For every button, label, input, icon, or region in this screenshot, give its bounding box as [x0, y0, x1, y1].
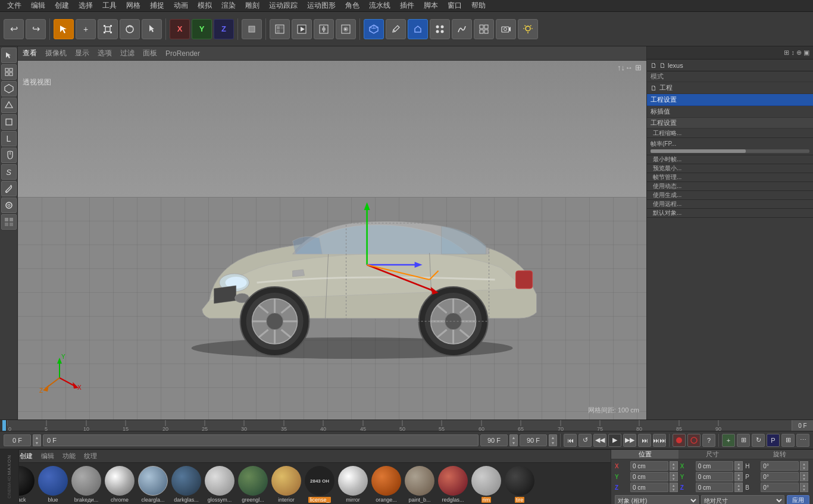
btn-add-key[interactable]: + — [722, 434, 735, 447]
mat-chrome[interactable]: chrome — [104, 466, 136, 503]
cube-button[interactable] — [364, 19, 384, 39]
tab-position[interactable]: 位置 — [611, 450, 678, 459]
left-tool-line[interactable]: L — [1, 131, 17, 146]
viewport[interactable]: 查看 摄像机 显示 选项 过滤 面板 ProRender — [18, 46, 646, 420]
tab-rotation[interactable]: 旋转 — [746, 450, 813, 459]
vp-tab-prorender[interactable]: ProRender — [165, 49, 200, 58]
rot-b-spinner[interactable]: ▲ ▼ — [800, 483, 808, 492]
left-tool-3[interactable] — [1, 81, 17, 96]
mat-mirror[interactable]: mirror — [337, 466, 369, 503]
array-button[interactable] — [430, 19, 450, 39]
frame-input-1[interactable]: 0 F — [4, 434, 31, 446]
rp-item-5[interactable]: 使用生成... — [647, 191, 813, 200]
rp-item-6[interactable]: 使用远程... — [647, 200, 813, 209]
btn-loop[interactable]: ↺ — [579, 434, 592, 447]
mat-license[interactable]: 2843 OH license_ — [304, 466, 336, 503]
light-button[interactable] — [518, 19, 538, 39]
rp-item-4[interactable]: 使用动态... — [647, 182, 813, 191]
pointer-tool-button[interactable] — [142, 19, 162, 39]
mat-tire[interactable]: tire — [504, 466, 536, 503]
pos-y-input[interactable] — [630, 472, 668, 481]
rp-file-item[interactable]: 🗋 🗋 lexus — [647, 60, 813, 71]
vp-tab-view[interactable]: 查看 — [23, 48, 37, 58]
mat-tab-edit[interactable]: 编辑 — [41, 452, 54, 461]
mat-tab-create[interactable]: 创建 — [20, 452, 33, 461]
rot-h-spinner[interactable]: ▲ ▼ — [800, 461, 808, 471]
left-tool-1[interactable] — [1, 48, 17, 63]
mat-glossymetal[interactable]: glossym... — [204, 466, 236, 503]
mat-greenglass[interactable]: greengl... — [237, 466, 269, 503]
timeline-track[interactable]: 0 5 10 15 20 25 30 35 40 — [7, 420, 792, 431]
left-tool-mouse[interactable] — [1, 148, 17, 163]
rp-minframe[interactable]: 最小时帧... — [647, 155, 813, 164]
left-tool-wrench[interactable] — [1, 181, 17, 196]
rp-item-7[interactable]: 默认对象... — [647, 209, 813, 218]
menu-script[interactable]: 脚本 — [419, 1, 443, 11]
mat-brakedisk[interactable]: brakeди... — [70, 466, 102, 503]
undo-button[interactable]: ↩ — [4, 19, 24, 39]
size-x-input[interactable] — [696, 461, 734, 471]
menu-help[interactable]: 帮助 — [467, 1, 490, 11]
btn-play[interactable]: ▶ — [608, 434, 621, 447]
menu-animate[interactable]: 动画 — [169, 1, 193, 11]
menu-create[interactable]: 创建 — [50, 1, 74, 11]
rp-project-item[interactable]: 🗋 工程 — [647, 82, 813, 94]
vp-tab-display[interactable]: 显示 — [75, 48, 89, 58]
left-tool-grid[interactable] — [1, 214, 17, 230]
mat-clearglass[interactable]: cleargla... — [137, 466, 169, 503]
mat-interior[interactable]: interior — [270, 466, 302, 503]
mat-paintbody[interactable]: paint_b... — [404, 466, 436, 503]
rp-item-3[interactable]: 帧节管理... — [647, 173, 813, 182]
size-y-input[interactable] — [696, 472, 734, 481]
menu-motiontrack[interactable]: 运动跟踪 — [264, 1, 302, 11]
left-tool-2[interactable] — [1, 64, 17, 80]
menu-window[interactable]: 窗口 — [443, 1, 467, 11]
vp-tab-panel[interactable]: 面板 — [143, 48, 157, 58]
btn-end[interactable]: ⏭⏭ — [653, 434, 666, 447]
rot-h-input[interactable] — [761, 461, 799, 471]
scale-tool-button[interactable] — [98, 19, 118, 39]
btn-grid[interactable]: ⊞ — [781, 434, 795, 447]
render-region-button[interactable] — [270, 19, 290, 39]
pos-z-input[interactable] — [630, 483, 668, 492]
coord-mode-select[interactable]: 对象 (相对) — [615, 495, 699, 504]
render-view-button[interactable] — [292, 19, 312, 39]
frame-end-spinner[interactable]: ▲ ▼ — [509, 434, 518, 446]
menu-character[interactable]: 角色 — [340, 1, 364, 11]
select-tool-button[interactable] — [54, 19, 74, 39]
rp-preview[interactable]: 预览最小... — [647, 164, 813, 173]
render-settings-button[interactable] — [314, 19, 334, 39]
mat-darkglass[interactable]: darkglas... — [170, 466, 202, 503]
btn-p[interactable]: P — [767, 434, 780, 447]
btn-help[interactable]: ? — [702, 434, 715, 447]
btn-rotate-anim[interactable]: ↻ — [752, 434, 765, 447]
frame-end-2[interactable]: 90 F — [520, 434, 547, 446]
left-tool-ring[interactable] — [1, 198, 17, 213]
btn-next-frame[interactable]: ▶▶ — [623, 434, 636, 447]
btn-prev-frame[interactable]: ◀◀ — [593, 434, 606, 447]
rot-b-input[interactable] — [761, 483, 799, 492]
mat-tab-texture[interactable]: 纹理 — [84, 452, 97, 461]
nurbs-button[interactable] — [474, 19, 494, 39]
btn-copy[interactable]: ⊞ — [737, 434, 750, 447]
frame-spinner[interactable]: ▲ ▼ — [33, 434, 41, 446]
rp-sub-item-1[interactable]: 工程缩略... — [647, 129, 813, 138]
size-mode-select[interactable]: 绝对尺寸 — [701, 495, 785, 504]
axis-y-button[interactable]: Y — [192, 19, 212, 39]
mat-tab-func[interactable]: 功能 — [62, 452, 76, 461]
vp-icon-nav[interactable]: ↑↓↔ — [617, 63, 633, 72]
frame-input-2[interactable]: 0 F — [43, 434, 479, 446]
frame-end-2-spinner[interactable]: ▲ ▼ — [549, 434, 557, 446]
mat-orange[interactable]: orange... — [370, 466, 402, 503]
camera-button[interactable] — [496, 19, 516, 39]
pos-y-spinner[interactable]: ▲ ▼ — [670, 472, 678, 481]
rp-proj-settings[interactable]: 工程设置 — [647, 94, 813, 106]
btn-goto-start[interactable]: ⏮ — [564, 434, 577, 447]
redo-button[interactable]: ↪ — [26, 19, 46, 39]
menu-simulate[interactable]: 模拟 — [193, 1, 217, 11]
vp-tab-filter[interactable]: 过滤 — [120, 48, 135, 58]
left-tool-5[interactable] — [1, 114, 17, 130]
menu-motiongraph[interactable]: 运动图形 — [302, 1, 340, 11]
size-y-spinner[interactable]: ▲ ▼ — [734, 472, 743, 481]
btn-dots[interactable]: ⋯ — [796, 434, 809, 447]
